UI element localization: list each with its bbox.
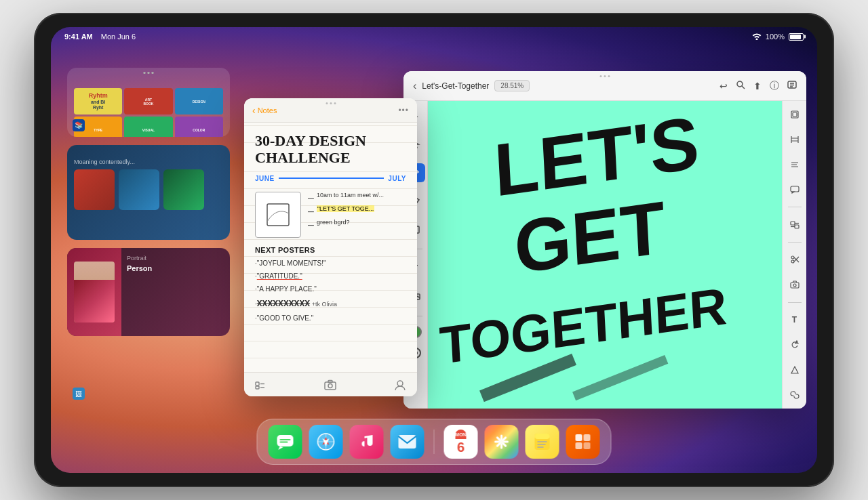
notes-sketch-area: – 10am to 11am meet w/... – "LET'S GET T… (255, 192, 406, 238)
scissor-tool[interactable] (785, 252, 804, 268)
bottom-main: Person (127, 264, 224, 272)
svg-rect-74 (576, 442, 583, 449)
shape-right-tool[interactable] (785, 362, 804, 378)
rotate-tool[interactable] (785, 337, 804, 353)
design-toolbar-left: ‹ Let's-Get-Together 28.51% (413, 80, 530, 92)
note-text-1: 10am to 11am meet w/... (317, 192, 384, 199)
notes-back-button[interactable]: ‹ Notes (252, 105, 277, 116)
checklist-button[interactable] (255, 379, 266, 390)
notes-more-button[interactable]: ••• (398, 106, 409, 115)
svg-line-63 (497, 438, 500, 440)
share-button[interactable]: ⬆ (753, 81, 762, 91)
link-tool[interactable] (785, 388, 804, 403)
dock-icon-mail[interactable] (391, 425, 425, 459)
svg-rect-28 (793, 112, 797, 117)
dock-icon-calendar[interactable]: MON 6 (444, 425, 478, 459)
drag-dot (600, 75, 602, 77)
note-item-3: – green bgrd? (308, 219, 406, 231)
comment-tool[interactable] (785, 182, 804, 197)
notes-title: 30-DAY DESIGNCHALLENGE (255, 132, 406, 167)
svg-rect-5 (325, 382, 336, 390)
mid-card-title: Moaning contentedly... (74, 159, 223, 165)
design-right-toolbar: T (782, 101, 806, 409)
svg-rect-1 (256, 382, 259, 386)
dock-icon-photos[interactable] (485, 425, 519, 459)
bottom-card-content: Portrait Person (121, 248, 230, 336)
search-button[interactable] (736, 80, 745, 91)
note-item-1: – 10am to 11am meet w/... (308, 192, 406, 204)
calendar-number: 6 (457, 440, 465, 454)
drag-dot (334, 102, 336, 104)
svg-rect-49 (277, 435, 294, 446)
poster-item-1: ·"JOYFUL MOMENTS!" (255, 257, 406, 270)
camera-tool[interactable] (785, 277, 804, 293)
battery-fill (790, 35, 801, 39)
undo-button[interactable]: ↩ (719, 81, 728, 91)
dock-icon-notes[interactable] (526, 425, 559, 459)
svg-point-46 (793, 284, 796, 287)
status-right: 100% (752, 33, 804, 41)
middle-app-card[interactable]: Moaning contentedly... 🖼 (67, 145, 230, 240)
highlighted-text: "LET'S GET TOGE... (317, 205, 374, 212)
bottom-app-card[interactable]: Portrait Person (67, 248, 230, 336)
info-button[interactable]: ⓘ (770, 80, 779, 92)
text-right-tool[interactable]: T (785, 312, 804, 328)
notes-actions: ••• (398, 106, 409, 115)
design-canvas: LET'S GET TOGETHER (428, 101, 782, 409)
book-cover-2: ARTBOOK (124, 88, 172, 114)
svg-marker-48 (791, 367, 798, 373)
align-tool[interactable] (785, 157, 804, 172)
drag-dot (604, 75, 606, 77)
layers-tool[interactable] (785, 106, 804, 122)
design-title: Let's-Get-Together (422, 81, 489, 91)
design-window-drag-dots (600, 75, 610, 77)
svg-rect-38 (795, 225, 799, 228)
middle-card-content: Moaning contentedly... (74, 159, 223, 210)
transfer-tool[interactable] (785, 217, 804, 232)
svg-rect-68 (535, 434, 550, 439)
drag-dot (608, 75, 610, 77)
svg-rect-0 (267, 204, 289, 226)
right-separator-2 (788, 242, 802, 243)
status-bar: 9:41 AM Mon Jun 6 100% (51, 27, 817, 46)
drag-dot (326, 102, 328, 104)
author-text: +tk Olivia (312, 301, 337, 308)
grid-tool[interactable] (785, 131, 804, 147)
reading-app-card[interactable]: Ryhtm and Bl Ryht ARTBOOK DESIGN TYPE (67, 68, 230, 137)
svg-line-44 (794, 257, 799, 262)
dock-icon-music[interactable] (350, 425, 384, 459)
profile-button[interactable] (394, 379, 406, 391)
canvas-artwork: LET'S GET TOGETHER (428, 101, 782, 409)
design-back-button[interactable]: ‹ (413, 80, 416, 92)
book-cover-1: Ryhtm and Bl Ryht (74, 88, 122, 114)
notes-timeline: JUNE JULY (255, 175, 406, 182)
notes-app-window[interactable]: ‹ Notes ••• 30-DAY DESIGNCHALLENGE JUNE … (244, 98, 417, 396)
dock-icon-safari[interactable] (309, 425, 343, 459)
dock-icon-messages[interactable] (269, 425, 302, 459)
right-separator-1 (788, 207, 802, 207)
book-cover-3: DESIGN (175, 88, 223, 114)
camera-button[interactable] (324, 379, 336, 390)
svg-point-6 (328, 383, 332, 388)
poster-item-3: ·"A HAPPY PLACE." (255, 283, 406, 295)
design-toolbar-right: ↩ ⬆ ⓘ (719, 80, 797, 92)
svg-rect-36 (791, 186, 799, 192)
drag-dot (330, 102, 332, 104)
book-cover-5: VISUAL (124, 117, 172, 136)
notes-items-list: ·"JOYFUL MOMENTS!" ·"GRATITUDE." ·"A HAP… (255, 257, 406, 325)
design-app-window[interactable]: ‹ Let's-Get-Together 28.51% ↩ ⬆ ⓘ (403, 71, 806, 409)
more-button[interactable] (787, 80, 797, 91)
timeline-end: JULY (388, 175, 406, 182)
zoom-badge[interactable]: 28.51% (494, 80, 530, 91)
calendar-day-label: MON (455, 432, 466, 437)
bottom-card-image (67, 248, 121, 336)
window-drag-dots (326, 102, 336, 104)
calendar-inner: MON 6 (455, 430, 466, 454)
svg-point-9 (737, 81, 743, 87)
svg-point-42 (791, 260, 794, 263)
poster-item-4: ·XXXXXXXXXX +tk Olivia (255, 295, 406, 312)
right-separator-3 (788, 302, 802, 303)
dock-icon-multiapp[interactable] (566, 425, 600, 459)
svg-rect-45 (791, 283, 799, 288)
svg-rect-73 (584, 434, 591, 441)
